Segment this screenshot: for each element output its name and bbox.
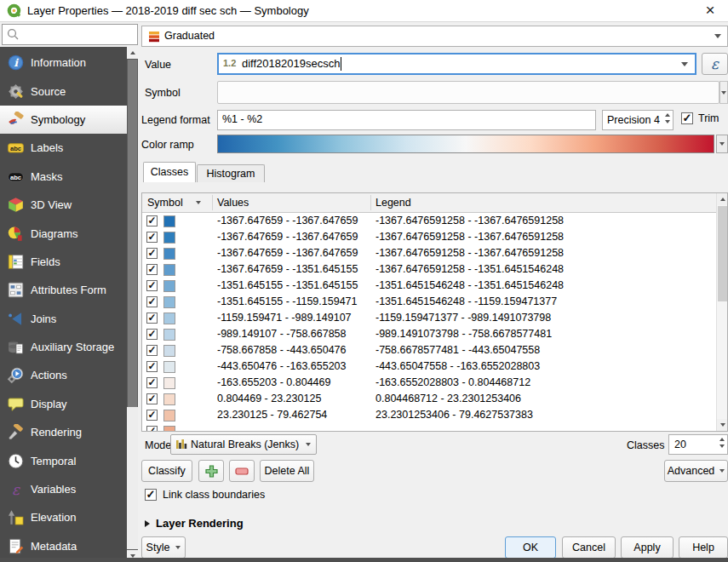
class-enabled-checkbox[interactable]: ✓ — [146, 215, 158, 227]
style-menu-button[interactable]: Style — [141, 536, 186, 559]
class-enabled-checkbox[interactable]: ✓ — [146, 410, 158, 421]
class-enabled-checkbox[interactable]: ✓ — [146, 264, 158, 275]
class-symbol-swatch[interactable] — [163, 313, 175, 324]
class-symbol-swatch[interactable] — [163, 377, 175, 389]
sidebar-scrollbar[interactable] — [127, 47, 138, 562]
table-row[interactable]: ✓-1351.645155 - -1159.159471-1351.645154… — [142, 295, 716, 311]
class-enabled-checkbox[interactable]: ✓ — [146, 393, 158, 404]
ok-button[interactable]: OK — [505, 536, 556, 559]
column-header-values[interactable]: Values — [217, 193, 249, 212]
chevron-down-icon[interactable] — [681, 62, 688, 66]
color-ramp-dropdown-button[interactable] — [716, 135, 728, 153]
table-row[interactable]: ✓-1351.645155 - -1351.645155-1351.645154… — [142, 278, 716, 295]
class-enabled-checkbox[interactable]: ✓ — [146, 232, 158, 243]
sidebar-item-fields[interactable]: Fields — [0, 248, 127, 276]
table-row[interactable]: ✓-1367.647659 - -1367.647659-1367.647659… — [142, 230, 716, 246]
classes-table-header[interactable]: Symbol Values Legend — [142, 193, 716, 213]
table-row[interactable]: ✓-1159.159471 - -989.149107-1159.1594713… — [142, 311, 716, 327]
class-symbol-swatch[interactable] — [163, 232, 175, 244]
class-symbol-swatch[interactable] — [163, 296, 175, 308]
table-row[interactable]: ✓-1367.647659 - -1351.645155-1367.647659… — [142, 262, 716, 278]
table-scrollbar-thumb[interactable] — [718, 206, 727, 301]
table-scrollbar[interactable] — [716, 193, 727, 431]
column-header-symbol[interactable]: Symbol — [147, 193, 183, 212]
sidebar-scrollbar-thumb[interactable] — [128, 60, 137, 407]
sidebar-item-joins[interactable]: Joins — [0, 305, 127, 333]
sidebar-item-information[interactable]: iInformation — [0, 49, 127, 77]
column-header-legend[interactable]: Legend — [375, 193, 411, 212]
sidebar-item-temporal[interactable]: Temporal — [0, 446, 127, 474]
spin-up-icon[interactable] — [719, 438, 725, 441]
class-enabled-checkbox[interactable]: ✓ — [146, 426, 158, 431]
tab-histogram[interactable]: Histogram — [197, 164, 265, 182]
table-row[interactable]: ✓-989.149107 - -758.667858-989.149107379… — [142, 327, 716, 343]
link-class-boundaries-checkbox[interactable]: ✓ — [145, 489, 157, 501]
sidebar-item-actions[interactable]: Actions — [0, 361, 127, 389]
spin-up-icon[interactable] — [665, 113, 670, 117]
remove-class-button[interactable] — [229, 460, 255, 482]
trim-checkbox[interactable]: ✓ — [681, 112, 693, 124]
table-row[interactable]: ✓-163.655203 - 0.804469-163.6552028803 -… — [142, 376, 716, 392]
class-enabled-checkbox[interactable]: ✓ — [146, 296, 158, 307]
class-symbol-swatch[interactable] — [163, 410, 175, 422]
table-row[interactable]: ✓-1367.647659 - -1367.647659-1367.647659… — [142, 246, 716, 262]
settings-search-input[interactable] — [2, 24, 138, 45]
sidebar-item-variables[interactable]: εVariables — [0, 475, 127, 503]
class-symbol-swatch[interactable] — [163, 393, 175, 405]
expression-builder-button[interactable]: ε — [702, 53, 728, 75]
sidebar-item-elevation[interactable]: Elevation — [0, 503, 127, 531]
advanced-button[interactable]: Advanced — [664, 460, 728, 482]
class-symbol-swatch[interactable] — [163, 426, 175, 431]
sidebar-item-labels[interactable]: abcLabels — [0, 134, 127, 162]
classes-count-spinbox[interactable]: 20 — [668, 434, 728, 455]
class-enabled-checkbox[interactable]: ✓ — [146, 361, 158, 372]
sidebar-item-attributes-form[interactable]: Attributes Form — [0, 276, 127, 304]
value-field-combo[interactable]: 1.2 diff20182019secsch — [217, 53, 696, 75]
class-enabled-checkbox[interactable]: ✓ — [146, 280, 158, 291]
delete-all-button[interactable]: Delete All — [260, 460, 314, 482]
tab-classes[interactable]: Classes — [143, 162, 196, 182]
scroll-up-icon[interactable] — [127, 47, 138, 59]
spin-down-icon[interactable] — [665, 120, 670, 123]
table-row[interactable]: ✓ — [142, 424, 716, 431]
table-row[interactable]: ✓-443.650476 - -163.655203-443.65047558 … — [142, 359, 716, 376]
apply-button[interactable]: Apply — [621, 536, 674, 559]
sidebar-item-3d-view[interactable]: 3D View — [0, 191, 127, 219]
cancel-button[interactable]: Cancel — [562, 536, 616, 559]
symbol-preview-field[interactable] — [217, 81, 719, 104]
table-row[interactable]: ✓-758.667858 - -443.650476-758.667857748… — [142, 343, 716, 359]
add-class-button[interactable] — [198, 460, 224, 482]
sidebar-item-symbology[interactable]: Symbology — [0, 106, 127, 134]
class-symbol-swatch[interactable] — [163, 280, 175, 292]
mode-dropdown[interactable]: Natural Breaks (Jenks) — [170, 434, 317, 455]
sidebar-item-rendering[interactable]: Rendering — [0, 418, 127, 446]
symbol-dropdown-button[interactable] — [719, 81, 728, 104]
table-row[interactable]: ✓0.804469 - 23.2301250.804468712 - 23.23… — [142, 392, 716, 408]
classify-button[interactable]: Classify — [141, 460, 192, 482]
scroll-up-icon[interactable] — [717, 193, 728, 205]
legend-format-input[interactable]: %1 - %2 — [217, 110, 596, 130]
class-symbol-swatch[interactable] — [163, 248, 175, 260]
sidebar-item-auxiliary-storage[interactable]: Auxiliary Storage — [0, 333, 127, 361]
sidebar-item-source[interactable]: Source — [0, 77, 127, 105]
class-symbol-swatch[interactable] — [163, 345, 175, 357]
class-symbol-swatch[interactable] — [163, 361, 175, 373]
renderer-type-dropdown[interactable]: Graduated — [141, 26, 728, 47]
layer-rendering-expander[interactable]: Layer Rendering — [145, 517, 244, 530]
class-symbol-swatch[interactable] — [163, 329, 175, 341]
sidebar-item-masks[interactable]: abcMasks — [0, 163, 127, 191]
close-icon[interactable]: × — [701, 0, 719, 22]
help-button[interactable]: Help — [679, 536, 728, 559]
sidebar-item-display[interactable]: Display — [0, 390, 127, 418]
class-enabled-checkbox[interactable]: ✓ — [146, 345, 158, 356]
table-row[interactable]: ✓23.230125 - 79.46275423.2301253406 - 79… — [142, 408, 716, 424]
table-row[interactable]: ✓-1367.647659 - -1367.647659-1367.647659… — [142, 214, 716, 230]
color-ramp-bar[interactable] — [217, 135, 714, 153]
class-enabled-checkbox[interactable]: ✓ — [146, 248, 158, 259]
sidebar-item-metadata[interactable]: Metadata — [0, 532, 127, 560]
class-symbol-swatch[interactable] — [163, 264, 175, 276]
class-enabled-checkbox[interactable]: ✓ — [146, 313, 158, 324]
scroll-down-icon[interactable] — [717, 419, 728, 431]
class-enabled-checkbox[interactable]: ✓ — [146, 329, 158, 340]
spin-down-icon[interactable] — [719, 444, 725, 448]
